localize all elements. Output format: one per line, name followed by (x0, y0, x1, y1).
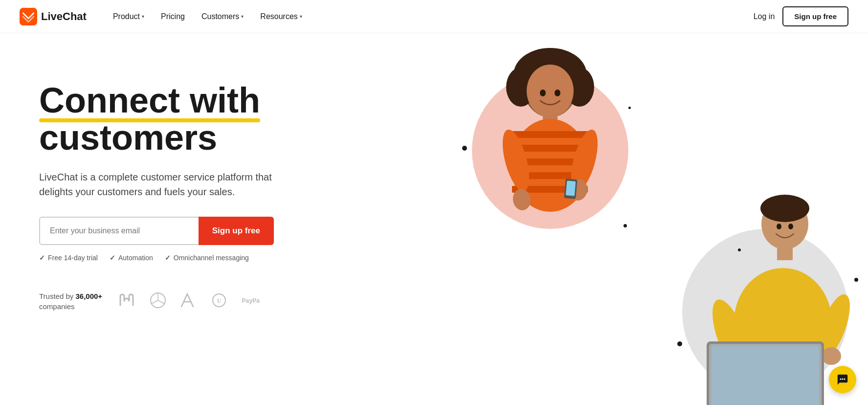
svg-rect-40 (707, 341, 824, 405)
check-icon: ✓ (110, 254, 115, 262)
svg-line-3 (152, 300, 158, 304)
hero-signup-button[interactable]: Sign up free (199, 217, 274, 245)
hero-headline: Connect with customers (39, 82, 274, 156)
check-icon: ✓ (165, 254, 171, 262)
svg-point-31 (760, 195, 809, 222)
svg-point-30 (761, 199, 808, 249)
trusted-row: Trusted by 36,000+ companies (39, 291, 274, 312)
svg-rect-21 (512, 158, 588, 165)
chat-widget-button[interactable] (829, 366, 856, 393)
email-signup-row: Sign up free (39, 217, 274, 245)
chevron-down-icon: ▾ (142, 14, 144, 19)
feature-automation: ✓ Automation (110, 254, 153, 262)
nav-customers[interactable]: Customers ▾ (195, 8, 250, 25)
nav-signup-button[interactable]: Sign up free (782, 6, 848, 26)
svg-point-36 (705, 295, 757, 378)
nav-links: Product ▾ Pricing Customers ▾ Resources … (106, 8, 754, 25)
nav-pricing[interactable]: Pricing (154, 8, 192, 25)
logo-adobe (180, 292, 197, 311)
svg-rect-20 (512, 145, 588, 152)
nav-resources[interactable]: Resources ▾ (253, 8, 309, 25)
hero-visuals (428, 33, 868, 405)
svg-point-12 (531, 54, 555, 76)
svg-point-27 (568, 178, 589, 202)
svg-point-10 (506, 68, 535, 107)
svg-rect-29 (566, 180, 576, 196)
chevron-down-icon: ▾ (241, 14, 244, 19)
brand-logos: U PayPal (118, 292, 260, 311)
svg-point-14 (527, 65, 574, 117)
logo-mcdonalds (118, 292, 135, 311)
svg-point-38 (712, 361, 734, 381)
pink-circle-bg (472, 72, 628, 229)
logo-unilever: U (211, 292, 227, 311)
hero-section: Connect with customers LiveChat is a com… (0, 33, 868, 405)
logo-link[interactable]: LiveChat (20, 8, 87, 25)
login-button[interactable]: Log in (754, 12, 775, 21)
dot-decoration (623, 224, 627, 227)
check-icon: ✓ (39, 254, 45, 262)
svg-rect-23 (512, 186, 588, 193)
svg-rect-19 (512, 131, 588, 138)
hero-content: Connect with customers LiveChat is a com… (39, 63, 274, 312)
dot-decoration (738, 248, 741, 251)
feature-trial: ✓ Free 14-day trial (39, 254, 98, 262)
svg-point-46 (844, 379, 846, 380)
chat-icon (836, 373, 849, 386)
svg-point-15 (540, 90, 546, 96)
svg-point-13 (547, 53, 568, 72)
svg-rect-42 (712, 346, 819, 405)
woman-image-container (457, 48, 653, 263)
svg-point-37 (811, 291, 857, 363)
svg-point-9 (513, 48, 587, 102)
svg-rect-17 (543, 114, 557, 128)
dot-decoration (462, 146, 467, 151)
feature-omnichannel: ✓ Omnichannel messaging (165, 254, 249, 262)
svg-point-35 (734, 268, 832, 376)
svg-point-8 (523, 57, 577, 117)
svg-point-39 (822, 347, 841, 365)
dot-decoration (628, 107, 631, 109)
svg-point-33 (788, 224, 793, 229)
svg-point-44 (840, 379, 842, 380)
svg-rect-28 (564, 179, 577, 199)
svg-rect-22 (512, 172, 588, 179)
chevron-down-icon: ▾ (300, 14, 302, 19)
svg-point-18 (511, 119, 589, 212)
svg-point-45 (842, 379, 844, 380)
headline-line1: Connect with (39, 82, 260, 119)
svg-rect-0 (20, 8, 37, 25)
svg-rect-41 (709, 344, 822, 405)
svg-text:U: U (217, 297, 222, 304)
navbar: LiveChat Product ▾ Pricing Customers ▾ R… (0, 0, 868, 33)
svg-point-16 (555, 90, 560, 96)
livechat-logo-icon (20, 8, 37, 25)
woman-illustration (467, 48, 633, 263)
svg-text:PayPal: PayPal (242, 298, 260, 305)
email-input[interactable] (39, 217, 199, 245)
logo-mercedes-benz (149, 292, 167, 311)
svg-point-24 (497, 127, 534, 194)
headline-line2: customers (39, 118, 217, 157)
svg-point-25 (566, 127, 603, 194)
hero-subtext: LiveChat is a complete customer service … (39, 170, 274, 199)
svg-line-4 (158, 300, 165, 304)
nav-product[interactable]: Product ▾ (106, 8, 151, 25)
logo-paypal: PayPal (241, 293, 260, 309)
trusted-text: Trusted by 36,000+ companies (39, 291, 102, 312)
feature-pills: ✓ Free 14-day trial ✓ Automation ✓ Omnic… (39, 254, 274, 262)
svg-point-26 (511, 187, 532, 212)
dot-decoration (677, 341, 682, 346)
dot-decoration (854, 278, 858, 282)
svg-rect-34 (777, 248, 793, 260)
svg-point-32 (777, 224, 781, 229)
grey-circle-bg (682, 229, 848, 395)
man-illustration (628, 185, 863, 405)
logo-text: LiveChat (41, 10, 87, 23)
svg-point-11 (565, 68, 594, 107)
nav-right: Log in Sign up free (754, 6, 848, 26)
